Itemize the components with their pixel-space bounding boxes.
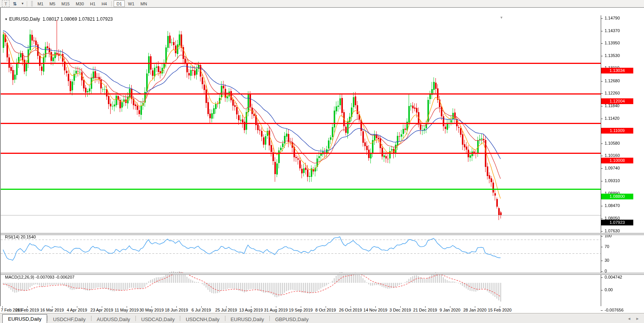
chart-tab-eurusd-0[interactable]: EURUSD,Daily [2, 314, 47, 323]
axis-tick-label: 1.12680 [605, 78, 620, 83]
hline-price-label: 1.10008 [601, 158, 633, 163]
axis-tick-mark [601, 144, 603, 144]
arrange-arrows-button[interactable]: ⇄ [10, 0, 20, 7]
timeframe-button-m15[interactable]: M15 [59, 0, 72, 7]
timeframe-button-mn[interactable]: MN [138, 0, 150, 7]
axis-tick-label: 1.10580 [605, 141, 620, 145]
date-axis: 7 Feb 201926 Feb 201916 Mar 20194 Apr 20… [0, 306, 644, 313]
timeframe-button-w1[interactable]: W1 [126, 0, 137, 7]
toolbar-drag-handle[interactable] [31, 1, 33, 6]
axis-tick-mark [601, 43, 603, 44]
axis-tick-label: 1.14790 [605, 16, 620, 20]
hline-price-label: 1.11009 [601, 128, 633, 134]
chart-window[interactable]: ▼EURUSD,Daily 1.08017 1.08069 1.07821 1.… [0, 7, 644, 306]
axis-tick-label: 1.14370 [605, 28, 620, 33]
axis-tick-mark [601, 261, 603, 261]
date-label: 21 Dec 2019 [413, 308, 437, 312]
axis-tick-mark [601, 277, 603, 278]
macd-indicator-label: MACD(12,26,9) -0.007093 -0.006207 [5, 275, 75, 279]
text-tool-button[interactable]: T [2, 0, 10, 7]
axis-tick-label: 1.13530 [605, 53, 620, 58]
date-label: 3 Dec 2019 [390, 308, 411, 312]
date-label: 8 Oct 2019 [315, 308, 336, 312]
date-label: 30 May 2019 [139, 308, 164, 312]
axis-tick-mark [601, 310, 603, 311]
axis-tick-label: 1.09310 [605, 178, 620, 183]
axis-tick-mark [601, 290, 603, 290]
trading-terminal-window: T ⇄ ▼ M1M5M15M30H1H4D1W1MN ▼EURUSD,Daily… [0, 0, 644, 323]
axis-tick-mark [601, 231, 603, 232]
current-price-label: 1.07923 [601, 220, 633, 225]
date-label: 31 Aug 2019 [264, 308, 288, 312]
axis-tick-label: 1.09740 [605, 166, 620, 170]
axis-tick-label: 30 [605, 258, 609, 263]
date-label: 26 Feb 2019 [15, 308, 39, 312]
axis-tick-mark [601, 181, 603, 181]
panel-separator-rsi[interactable] [1, 233, 644, 235]
axis-tick-label: 70 [605, 244, 609, 249]
axis-tick-mark [601, 247, 603, 247]
date-label: 23 Apr 2019 [90, 308, 113, 312]
date-label: 28 Jan 2020 [463, 308, 487, 312]
date-label: 18 Jun 2019 [165, 308, 188, 312]
panel-separator-macd[interactable] [1, 273, 644, 275]
chart-tab-audusd-2[interactable]: AUDUSD,Daily [91, 315, 135, 323]
timeframe-button-d1[interactable]: D1 [114, 0, 124, 7]
date-label: 19 Sep 2019 [289, 308, 313, 312]
chart-tab-gbpusd-6[interactable]: GBPUSD,Daily [270, 315, 314, 323]
axis-tick-label: 1.13950 [605, 41, 620, 45]
date-label: 4 Apr 2019 [67, 308, 87, 312]
date-label: 6 Jul 2019 [192, 308, 211, 312]
chart-tab-usdchf-1[interactable]: USDCHF,Daily [47, 315, 91, 323]
tab-scroll-left-icon[interactable]: ◄ [625, 316, 633, 321]
date-label: 11 May 2019 [115, 308, 139, 312]
timeframe-button-m30[interactable]: M30 [73, 0, 86, 7]
timeframe-button-m5[interactable]: M5 [47, 0, 58, 7]
date-label: 16 Mar 2019 [40, 308, 64, 312]
axis-tick-label: 1.08470 [605, 203, 620, 208]
date-label: 26 Oct 2019 [339, 308, 362, 312]
axis-tick-mark [601, 106, 603, 106]
axis-tick-mark [601, 81, 603, 82]
hline-price-label: 1.13034 [601, 68, 633, 73]
axis-tick-mark [601, 168, 603, 169]
timeframe-button-group: M1M5M15M30H1H4D1W1MN [34, 0, 150, 7]
chart-tab-bar: EURUSD,DailyUSDCHF,DailyAUDUSD,DailyUSDC… [0, 313, 644, 323]
axis-tick-mark [601, 156, 603, 156]
toolbar-dropdown-caret-icon[interactable]: ▼ [21, 2, 24, 5]
axis-tick-mark [601, 18, 603, 19]
price-axis-line [601, 15, 601, 314]
price-chart-canvas[interactable] [1, 8, 601, 307]
tab-scroll-controls: ◄ ► [625, 313, 644, 323]
axis-tick-label: 0.00 [605, 287, 613, 292]
date-label: 13 Aug 2019 [239, 308, 263, 312]
chart-tab-usdcad-3[interactable]: USDCAD,Daily [136, 315, 180, 323]
chart-title: ▼EURUSD,Daily 1.08017 1.08069 1.07821 1.… [5, 16, 113, 22]
axis-tick-mark [601, 219, 603, 219]
timeframe-button-m1[interactable]: M1 [35, 0, 46, 7]
timeframe-button-h1[interactable]: H1 [87, 0, 98, 7]
hline-price-label: 1.12004 [601, 98, 633, 104]
axis-tick-label: 0.004742 [605, 275, 622, 279]
chart-dropdown-icon[interactable]: ▼ [5, 18, 8, 21]
toolbar: T ⇄ ▼ M1M5M15M30H1H4D1W1MN [0, 0, 644, 8]
axis-tick-mark [601, 236, 603, 237]
tabs-holder: EURUSD,DailyUSDCHF,DailyAUDUSD,DailyUSDC… [0, 313, 314, 323]
axis-tick-label: -0.007656 [605, 308, 624, 312]
axis-tick-label: 1.07630 [605, 228, 620, 233]
date-label: 15 Feb 2020 [488, 308, 512, 312]
chart-tab-eurusd-5[interactable]: EURUSD,Daily [225, 315, 269, 323]
timeframe-button-h4[interactable]: H4 [99, 0, 109, 7]
axis-tick-mark [601, 56, 603, 56]
toolbar-separator [27, 1, 27, 7]
chart-shift-marker-icon[interactable]: ▼ [500, 16, 503, 20]
date-label: 14 Nov 2019 [364, 308, 387, 312]
axis-tick-label: 1.12260 [605, 91, 620, 95]
axis-tick-mark [601, 206, 603, 206]
hline-price-label: 1.08800 [601, 194, 633, 199]
axis-tick-label: 1.10160 [605, 153, 620, 158]
axis-tick-mark [601, 271, 603, 272]
axis-tick-label: 1.11420 [605, 116, 620, 121]
tab-scroll-right-icon[interactable]: ► [633, 316, 642, 321]
chart-tab-usdcnh-4[interactable]: USDCNH,Daily [180, 315, 225, 323]
